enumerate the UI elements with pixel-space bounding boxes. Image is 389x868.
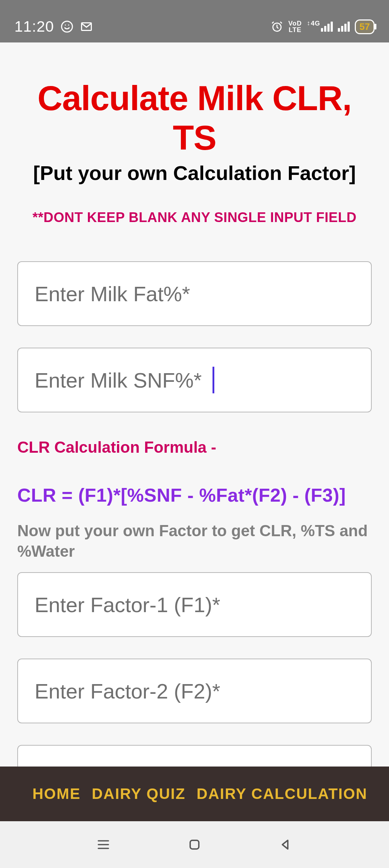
page-title: Calculate Milk CLR, TS [17,78,372,158]
recent-apps-button[interactable] [93,834,114,855]
factor-3-placeholder: Enter Factor-3 (F3)* [35,765,220,767]
volte-icon: VoDLTE [288,20,302,33]
signal-icon [338,22,350,32]
system-nav-bar [0,821,389,868]
milk-fat-placeholder: Enter Milk Fat%* [35,282,190,306]
milk-snf-placeholder: Enter Milk SNF%* [35,368,202,392]
formula-label: CLR Calculation Formula - [17,438,372,456]
instruction-text: Now put your own Factor to get CLR, %TS … [17,520,372,561]
status-time: 11:20 [14,18,54,35]
app-content: Calculate Milk CLR, TS [Put your own Cal… [0,42,389,767]
network-4g-icon: ↕ 4G [307,22,333,32]
svg-point-0 [62,21,72,32]
nav-calc[interactable]: DAIRY CALCULATION [197,785,367,803]
nav-home[interactable]: HOME [32,785,81,803]
status-right: VoDLTE ↕ 4G 57 [271,19,375,34]
text-cursor [213,367,214,393]
milk-snf-input[interactable]: Enter Milk SNF%* [17,348,372,412]
factor-2-placeholder: Enter Factor-2 (F2)* [35,679,220,703]
status-bar: 11:20 VoDLTE ↕ 4G 57 [0,0,389,42]
alarm-icon [271,21,283,33]
page-subtitle: [Put your own Calculation Factor] [17,161,372,185]
formula-text: CLR = (F1)*[%SNF - %Fat*(F2) - (F3)] [17,484,372,506]
factor-2-input[interactable]: Enter Factor-2 (F2)* [17,659,372,723]
factor-3-input[interactable]: Enter Factor-3 (F3)* [17,745,372,767]
whatsapp-icon [61,20,73,33]
gmail-icon [80,20,93,33]
back-button[interactable] [275,834,296,855]
factor-1-placeholder: Enter Factor-1 (F1)* [35,593,220,617]
home-button[interactable] [184,834,205,855]
nav-quiz[interactable]: DAIRY QUIZ [92,785,185,803]
warning-text: **DONT KEEP BLANK ANY SINGLE INPUT FIELD [17,210,372,225]
battery-icon: 57 [355,19,375,34]
svg-rect-6 [190,840,199,849]
factor-1-input[interactable]: Enter Factor-1 (F1)* [17,572,372,637]
bottom-nav: HOME DAIRY QUIZ DAIRY CALCULATION [0,767,389,821]
status-left: 11:20 [14,18,93,35]
milk-fat-input[interactable]: Enter Milk Fat%* [17,261,372,326]
